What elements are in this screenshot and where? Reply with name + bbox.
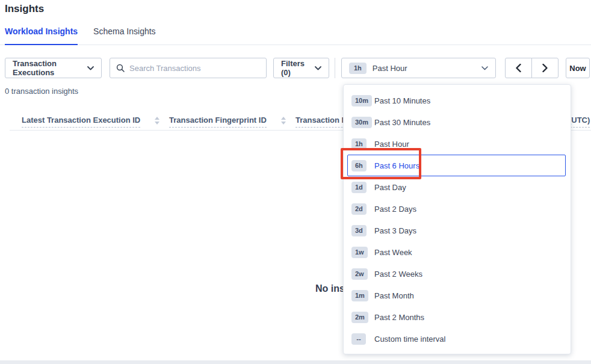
- now-button[interactable]: Now: [566, 58, 590, 78]
- time-range-option-label: Past Week: [374, 248, 412, 257]
- time-range-label: Past Hour: [373, 64, 407, 73]
- chevron-right-icon: [542, 64, 548, 72]
- time-range-option-badge: 2d: [351, 203, 367, 215]
- time-range-badge: 1h: [349, 63, 367, 74]
- time-range-option-badge-wrap: 30m: [351, 117, 374, 128]
- column-header-label: Transaction Fingerprint ID: [169, 116, 267, 128]
- time-range-option-label: Past 3 Days: [374, 226, 416, 235]
- column-header-label: Latest Transaction Execution ID: [22, 116, 140, 128]
- time-range-option-label: Custom time interval: [374, 335, 445, 344]
- time-range-option[interactable]: 1mPast Month: [344, 285, 571, 306]
- time-range-option[interactable]: 1hPast Hour: [344, 133, 571, 155]
- time-range-option-badge-wrap: 10m: [351, 95, 374, 106]
- time-range-option-badge-wrap: 1w: [351, 247, 374, 258]
- sort-icon[interactable]: [281, 117, 286, 125]
- time-range-option-badge-wrap: 1m: [351, 290, 374, 301]
- time-range-option-badge-wrap: 1d: [351, 182, 374, 193]
- search-icon: [116, 64, 125, 72]
- time-range-option[interactable]: --Custom time interval: [344, 328, 571, 350]
- time-range-option-badge: 10m: [351, 95, 372, 106]
- time-range-option-badge-wrap: 2w: [351, 268, 374, 280]
- time-range-option-label: Past 30 Minutes: [374, 118, 430, 127]
- previous-interval-button[interactable]: [505, 58, 532, 78]
- chevron-down-icon: [315, 66, 321, 70]
- next-interval-button[interactable]: [531, 58, 559, 78]
- time-range-option-label: Past Hour: [374, 140, 409, 149]
- tab-workload-insights[interactable]: Workload Insights: [5, 26, 78, 45]
- chevron-down-icon: [481, 66, 488, 70]
- time-range-option-label: Past 2 Weeks: [374, 270, 422, 279]
- time-range-option-label: Past 2 Months: [374, 313, 424, 322]
- time-range-option[interactable]: 10mPast 10 Minutes: [344, 90, 571, 111]
- time-range-option-badge: 1w: [351, 247, 368, 258]
- time-range-option-label: Past 10 Minutes: [374, 96, 430, 105]
- time-range-option-label: Past 6 Hours: [374, 161, 419, 170]
- time-range-option[interactable]: 1wPast Week: [344, 241, 571, 263]
- time-range-option-badge: 2w: [351, 268, 368, 280]
- time-range-option-badge: 1m: [351, 290, 368, 301]
- search-box[interactable]: [110, 58, 267, 78]
- filters-button[interactable]: Filters (0): [273, 58, 329, 78]
- time-range-option-badge: 1d: [351, 182, 367, 193]
- tab-schema-insights[interactable]: Schema Insights: [93, 26, 156, 45]
- time-range-option-badge: 6h: [351, 160, 367, 171]
- time-range-option[interactable]: 2dPast 2 Days: [344, 198, 571, 220]
- time-range-option-badge: 3d: [351, 225, 367, 236]
- time-range-option[interactable]: 1dPast Day: [344, 176, 571, 198]
- time-range-option-badge-wrap: 2m: [351, 312, 374, 323]
- search-input[interactable]: [129, 64, 260, 73]
- time-range-option-badge-wrap: 1h: [351, 138, 374, 150]
- time-range-option-badge: 2m: [351, 312, 368, 323]
- time-range-option[interactable]: 2wPast 2 Weeks: [344, 263, 571, 285]
- toolbar-divider: [335, 58, 335, 78]
- column-header[interactable]: Transaction Fingerprint ID: [169, 116, 286, 128]
- time-range-option-label: Past 2 Days: [374, 205, 416, 214]
- time-range-option-label: Past Day: [374, 183, 406, 192]
- insights-count: 0 transaction insights: [5, 87, 78, 96]
- chevron-down-icon: [87, 66, 94, 70]
- time-range-option[interactable]: 3dPast 3 Days: [344, 220, 571, 241]
- view-type-label: Transaction Executions: [13, 59, 87, 77]
- time-range-option-badge-wrap: --: [351, 333, 374, 345]
- bottom-section-edge: [0, 360, 591, 364]
- time-range-option[interactable]: 30mPast 30 Minutes: [344, 111, 571, 133]
- time-range-option[interactable]: 6hPast 6 Hours: [347, 155, 566, 176]
- view-type-select[interactable]: Transaction Executions: [5, 58, 102, 78]
- column-header[interactable]: Latest Transaction Execution ID: [22, 116, 159, 128]
- time-range-select[interactable]: 1h Past Hour: [341, 58, 496, 78]
- sort-icon[interactable]: [155, 117, 159, 125]
- time-range-option-badge: --: [351, 333, 366, 345]
- time-range-option-badge: 1h: [351, 138, 367, 150]
- time-range-option[interactable]: 2mPast 2 Months: [344, 306, 571, 328]
- filters-label: Filters (0): [281, 59, 315, 77]
- tab-bar: Workload Insights Schema Insights: [0, 0, 591, 45]
- time-range-option-badge: 30m: [351, 117, 372, 128]
- time-range-dropdown: 10mPast 10 Minutes30mPast 30 Minutes1hPa…: [343, 84, 571, 354]
- time-range-option-badge-wrap: 3d: [351, 225, 374, 236]
- time-range-option-badge-wrap: 2d: [351, 203, 374, 215]
- chevron-left-icon: [516, 64, 521, 72]
- time-range-option-label: Past Month: [374, 291, 414, 300]
- time-range-option-badge-wrap: 6h: [351, 160, 374, 171]
